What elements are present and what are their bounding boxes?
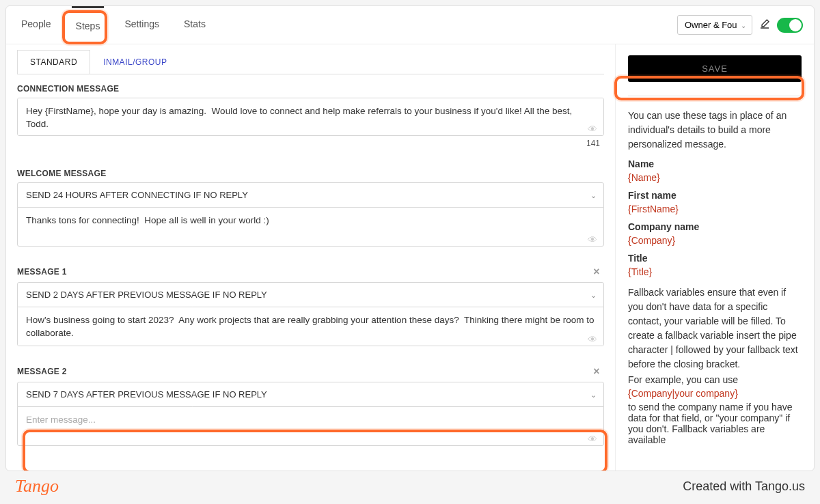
message-2-timing-value: SEND 7 DAYS AFTER PREVIOUS MESSAGE IF NO… <box>26 389 267 400</box>
tag-company-token: {Company} <box>628 235 802 246</box>
top-nav: People Steps Settings Stats Owner & Fou … <box>6 6 814 44</box>
tag-name-label: Name <box>628 158 802 169</box>
message-1-timing-select[interactable]: SEND 2 DAYS AFTER PREVIOUS MESSAGE IF NO… <box>17 282 604 307</box>
owner-select-value: Owner & Fou <box>685 20 737 30</box>
fallback-example-lead: For example, you can use <box>628 374 802 385</box>
nav-tab-settings[interactable]: Settings <box>120 6 163 44</box>
main-content: STANDARD INMAIL/GROUP CONNECTION MESSAGE… <box>6 44 616 471</box>
message-2-input[interactable] <box>17 406 604 446</box>
welcome-timing-value: SEND 24 HOURS AFTER CONNECTING IF NO REP… <box>26 190 248 200</box>
fallback-explainer-1: Fallback variables ensure that even if y… <box>628 285 802 372</box>
message-1-timing-value: SEND 2 DAYS AFTER PREVIOUS MESSAGE IF NO… <box>26 290 267 300</box>
tag-name-token: {Name} <box>628 172 802 183</box>
connection-char-counter: 141 <box>17 139 604 148</box>
tag-title-label: Title <box>628 253 802 264</box>
connection-message-input[interactable] <box>17 98 604 136</box>
connection-message-block: CONNECTION MESSAGE 👁 141 <box>17 84 604 148</box>
tag-title-token: {Title} <box>628 266 802 277</box>
nav-tab-people[interactable]: People <box>17 6 55 44</box>
welcome-message-label: WELCOME MESSAGE <box>17 169 604 178</box>
message-1-block: MESSAGE 1 × SEND 2 DAYS AFTER PREVIOUS M… <box>17 266 604 345</box>
nav-tab-steps[interactable]: Steps <box>72 6 105 44</box>
created-with-text: Created with Tango.us <box>683 479 805 494</box>
owner-select[interactable]: Owner & Fou ⌄ <box>677 15 752 35</box>
tag-firstname-label: First name <box>628 190 802 201</box>
delete-message-1-icon[interactable]: × <box>593 266 604 278</box>
message-2-label: MESSAGE 2 × <box>17 365 604 378</box>
message-1-label: MESSAGE 1 × <box>17 266 604 278</box>
chevron-down-icon: ⌄ <box>741 21 746 29</box>
delete-message-2-icon[interactable]: × <box>593 365 604 378</box>
sidebar: SAVE You can use these tags in place of … <box>616 44 814 471</box>
message-2-block: MESSAGE 2 × SEND 7 DAYS AFTER PREVIOUS M… <box>17 365 604 445</box>
chevron-down-icon: ⌄ <box>590 390 597 399</box>
welcome-message-input[interactable] <box>17 207 604 247</box>
tag-company-label: Company name <box>628 221 802 232</box>
subtab-inmail-group[interactable]: INMAIL/GROUP <box>90 50 180 74</box>
footer: Tango Created with Tango.us <box>5 473 815 500</box>
active-toggle[interactable] <box>777 18 803 33</box>
welcome-message-block: WELCOME MESSAGE SEND 24 HOURS AFTER CONN… <box>17 169 604 245</box>
message-1-input[interactable] <box>17 307 604 346</box>
fallback-explainer-2: to send the company name if you have dat… <box>628 402 802 445</box>
toggle-knob <box>789 19 802 31</box>
tango-logo: Tango <box>15 476 59 496</box>
subtab-standard[interactable]: STANDARD <box>17 50 90 74</box>
message-2-timing-select[interactable]: SEND 7 DAYS AFTER PREVIOUS MESSAGE IF NO… <box>17 382 604 407</box>
connection-message-label: CONNECTION MESSAGE <box>17 84 604 94</box>
edit-icon[interactable] <box>759 18 770 32</box>
chevron-down-icon: ⌄ <box>590 191 597 199</box>
chevron-down-icon: ⌄ <box>590 290 597 299</box>
nav-tab-stats[interactable]: Stats <box>180 6 210 44</box>
welcome-timing-select[interactable]: SEND 24 HOURS AFTER CONNECTING IF NO REP… <box>17 182 604 208</box>
save-button[interactable]: SAVE <box>628 55 802 82</box>
tag-firstname-token: {FirstName} <box>628 204 802 214</box>
tags-intro-text: You can use these tags in place of an in… <box>628 109 802 152</box>
fallback-example-token: {Company|your company} <box>628 388 802 399</box>
